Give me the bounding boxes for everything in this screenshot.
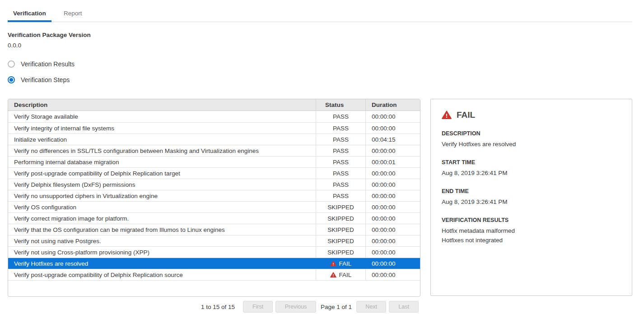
row-duration: 00:00:00 <box>365 213 420 224</box>
row-description: Verify not using native Postgres. <box>8 235 316 246</box>
radio-selected-icon[interactable] <box>8 76 15 83</box>
table-row[interactable]: Verify correct migration image for platf… <box>8 212 420 224</box>
table-row[interactable]: Verify post-upgrade compatibility of Del… <box>8 167 420 179</box>
row-status-text: PASS <box>333 113 349 120</box>
pagination-first-button[interactable]: First <box>243 301 273 313</box>
row-duration: 00:00:00 <box>365 179 420 190</box>
table-row[interactable]: Verify Storage availablePASS00:00:00 <box>8 111 420 122</box>
row-description: Verify correct migration image for platf… <box>8 213 316 224</box>
row-status-text: PASS <box>333 148 349 154</box>
row-duration: 00:00:01 <box>365 157 420 167</box>
warning-triangle-icon <box>330 261 336 267</box>
pagination-next-button[interactable]: Next <box>356 301 386 313</box>
column-header-status[interactable]: Status <box>316 99 365 111</box>
detail-status-heading: FAIL <box>442 110 621 120</box>
table-row[interactable]: Performing internal database migrationPA… <box>8 156 420 167</box>
row-status-text: PASS <box>333 170 349 177</box>
steps-table-column: Description Status Duration Verify Stora… <box>8 99 420 313</box>
table-row[interactable]: Verify not using Cross-platform provisio… <box>8 246 420 258</box>
table-row[interactable]: Verify post-upgrade compatibility of Del… <box>8 269 420 280</box>
row-status-text: SKIPPED <box>327 238 354 244</box>
row-status-text: SKIPPED <box>327 226 354 233</box>
row-description: Verify post-upgrade compatibility of Del… <box>8 269 316 280</box>
table-row[interactable]: Verify that the OS configuration can be … <box>8 224 420 235</box>
table-row[interactable]: Verify not using native Postgres.SKIPPED… <box>8 235 420 246</box>
row-status-text: FAIL <box>339 260 352 267</box>
detail-section-value: Aug 8, 2019 3:26:41 PM <box>442 197 621 207</box>
row-duration: 00:00:00 <box>365 111 420 122</box>
row-status-text: PASS <box>333 181 349 188</box>
detail-section: DESCRIPTIONVerify Hotfixes are resolved <box>442 130 621 149</box>
row-status-text: SKIPPED <box>327 215 354 222</box>
row-status: SKIPPED <box>316 202 365 212</box>
pagination-range-text: 1 to 15 of 15 <box>201 304 235 310</box>
row-status-text: PASS <box>333 136 349 143</box>
row-status: PASS <box>316 157 365 167</box>
column-header-description[interactable]: Description <box>8 99 316 111</box>
row-status-text: PASS <box>333 125 349 132</box>
view-radio-group: Verification Results Verification Steps <box>8 60 632 83</box>
row-status: PASS <box>316 134 365 145</box>
row-status: SKIPPED <box>316 235 365 246</box>
warning-triangle-icon <box>330 272 336 278</box>
row-status: SKIPPED <box>316 213 365 224</box>
main-content: Description Status Duration Verify Stora… <box>8 99 632 313</box>
tab-report[interactable]: Report <box>51 8 94 22</box>
row-status-text: PASS <box>333 159 349 166</box>
row-duration: 00:00:00 <box>365 269 420 280</box>
warning-triangle-icon <box>442 111 452 120</box>
row-status: PASS <box>316 190 365 201</box>
row-status-text: FAIL <box>339 272 352 278</box>
row-description: Verify that the OS configuration can be … <box>8 224 316 235</box>
row-description: Verify Delphix filesystem (DxFS) permiss… <box>8 179 316 190</box>
row-duration: 00:00:00 <box>365 190 420 201</box>
row-status: FAIL <box>316 269 365 280</box>
row-duration: 00:04:15 <box>365 134 420 145</box>
table-header-row: Description Status Duration <box>8 99 420 111</box>
tab-verification[interactable]: Verification <box>8 8 51 22</box>
row-duration: 00:00:00 <box>365 123 420 134</box>
row-description: Performing internal database migration <box>8 157 316 167</box>
table-body: Verify Storage availablePASS00:00:00Veri… <box>8 111 420 280</box>
radio-verification-steps[interactable]: Verification Steps <box>8 76 632 83</box>
detail-section-value: Verify Hotfixes are resolved <box>442 139 621 149</box>
row-duration: 00:00:00 <box>365 258 420 269</box>
column-header-duration[interactable]: Duration <box>365 99 420 111</box>
detail-section: START TIMEAug 8, 2019 3:26:41 PM <box>442 159 621 178</box>
row-description: Initialize verification <box>8 134 316 145</box>
table-row[interactable]: Verify integrity of internal file system… <box>8 122 420 134</box>
row-description: Verify not using Cross-platform provisio… <box>8 247 316 258</box>
table-row[interactable]: Verify Delphix filesystem (DxFS) permiss… <box>8 179 420 190</box>
row-duration: 00:00:00 <box>365 168 420 179</box>
detail-status-text: FAIL <box>457 110 475 120</box>
pagination-last-button[interactable]: Last <box>389 301 419 313</box>
row-description: Verify no unsupported ciphers in Virtual… <box>8 190 316 201</box>
pagination-bar: 1 to 15 of 15 First Previous Page 1 of 1… <box>201 301 420 313</box>
row-status: PASS <box>316 111 365 122</box>
radio-label: Verification Results <box>21 60 75 68</box>
row-status: SKIPPED <box>316 224 365 235</box>
radio-unselected-icon[interactable] <box>8 60 15 68</box>
detail-section-value: Aug 8, 2019 3:26:41 PM <box>442 168 621 178</box>
package-version-value: 0.0.0 <box>8 42 632 49</box>
table-row[interactable]: Verify no unsupported ciphers in Virtual… <box>8 190 420 201</box>
pagination-previous-button[interactable]: Previous <box>275 301 316 313</box>
detail-section: END TIMEAug 8, 2019 3:26:41 PM <box>442 188 621 207</box>
row-description: Verify Storage available <box>8 111 316 122</box>
table-empty-area <box>8 280 420 296</box>
detail-sections: DESCRIPTIONVerify Hotfixes are resolvedS… <box>442 130 621 245</box>
detail-section-label: START TIME <box>442 159 621 166</box>
detail-section: VERIFICATION RESULTSHotfix metadata malf… <box>442 217 621 245</box>
row-status-text: SKIPPED <box>327 204 354 211</box>
table-row[interactable]: Verify no differences in SSL/TLS configu… <box>8 145 420 156</box>
row-status: PASS <box>316 123 365 134</box>
radio-verification-results[interactable]: Verification Results <box>8 60 632 68</box>
verification-page: Verification Report Verification Package… <box>0 0 644 313</box>
table-row[interactable]: Verify OS configurationSKIPPED00:00:00 <box>8 201 420 212</box>
package-version-label: Verification Package Version <box>8 32 632 38</box>
verification-steps-table: Description Status Duration Verify Stora… <box>8 99 420 297</box>
row-status: PASS <box>316 145 365 156</box>
table-row[interactable]: Verify Hotfixes are resolved FAIL00:00:0… <box>8 258 420 269</box>
table-row[interactable]: Initialize verificationPASS00:04:15 <box>8 134 420 145</box>
row-duration: 00:00:00 <box>365 235 420 246</box>
